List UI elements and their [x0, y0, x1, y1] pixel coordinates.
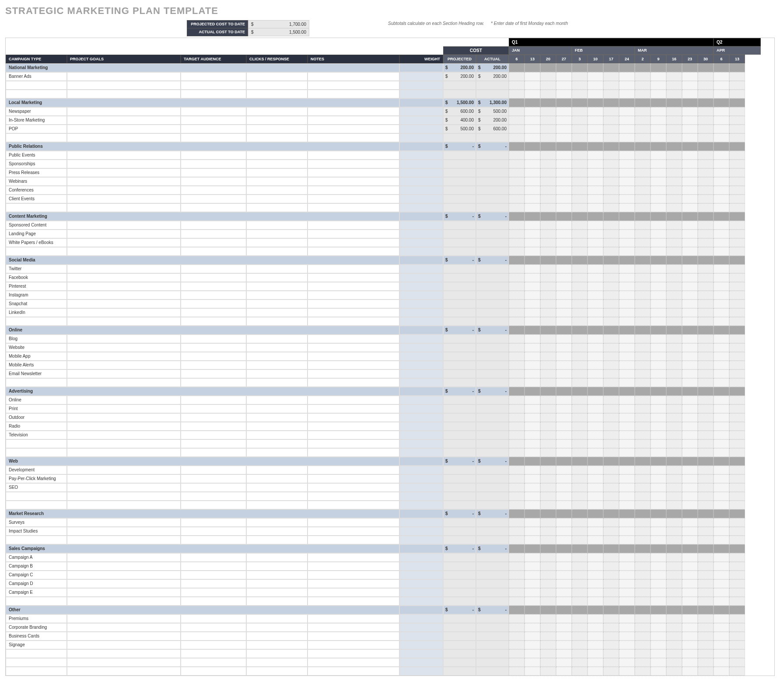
- gantt-cell[interactable]: [509, 195, 525, 203]
- gantt-cell[interactable]: [666, 133, 682, 142]
- gantt-cell[interactable]: [729, 448, 745, 457]
- money-cell[interactable]: [443, 413, 476, 422]
- gantt-cell[interactable]: [682, 483, 698, 492]
- gantt-cell[interactable]: [556, 212, 572, 221]
- gantt-cell[interactable]: [509, 203, 525, 212]
- data-cell[interactable]: [67, 343, 181, 352]
- gantt-cell[interactable]: [556, 125, 572, 133]
- gantt-cell[interactable]: [666, 369, 682, 378]
- gantt-cell[interactable]: [666, 632, 682, 641]
- money-cell[interactable]: [443, 571, 476, 579]
- gantt-cell[interactable]: [651, 326, 666, 334]
- gantt-cell[interactable]: [603, 63, 619, 72]
- money-cell[interactable]: $-: [476, 326, 509, 334]
- gantt-cell[interactable]: [572, 378, 588, 387]
- gantt-cell[interactable]: [698, 63, 714, 72]
- gantt-cell[interactable]: [729, 133, 745, 142]
- gantt-cell[interactable]: [635, 509, 651, 518]
- gantt-cell[interactable]: [603, 562, 619, 571]
- gantt-cell[interactable]: [698, 230, 714, 238]
- gantt-cell[interactable]: [651, 439, 666, 448]
- data-cell[interactable]: [181, 247, 246, 256]
- gantt-cell[interactable]: [682, 361, 698, 369]
- gantt-cell[interactable]: [556, 238, 572, 247]
- gantt-cell[interactable]: [729, 203, 745, 212]
- gantt-cell[interactable]: [619, 98, 635, 107]
- weight-cell[interactable]: [399, 90, 443, 98]
- gantt-cell[interactable]: [635, 168, 651, 177]
- weight-cell[interactable]: [399, 571, 443, 579]
- gantt-cell[interactable]: [714, 300, 729, 308]
- data-cell[interactable]: [67, 492, 181, 501]
- gantt-cell[interactable]: [603, 273, 619, 282]
- row-label[interactable]: [6, 536, 67, 544]
- data-cell[interactable]: [67, 641, 181, 649]
- gantt-cell[interactable]: [698, 81, 714, 90]
- gantt-cell[interactable]: [540, 291, 556, 300]
- gantt-cell[interactable]: [682, 404, 698, 413]
- data-cell[interactable]: [308, 562, 399, 571]
- gantt-cell[interactable]: [603, 492, 619, 501]
- data-cell[interactable]: [246, 422, 308, 431]
- data-cell[interactable]: [67, 413, 181, 422]
- data-cell[interactable]: [67, 623, 181, 632]
- gantt-cell[interactable]: [619, 317, 635, 326]
- data-cell[interactable]: [181, 317, 246, 326]
- gantt-cell[interactable]: [714, 291, 729, 300]
- gantt-cell[interactable]: [509, 387, 525, 396]
- gantt-cell[interactable]: [556, 562, 572, 571]
- gantt-cell[interactable]: [714, 247, 729, 256]
- gantt-cell[interactable]: [556, 203, 572, 212]
- gantt-cell[interactable]: [619, 404, 635, 413]
- data-cell[interactable]: [246, 238, 308, 247]
- gantt-cell[interactable]: [682, 168, 698, 177]
- gantt-cell[interactable]: [556, 387, 572, 396]
- gantt-cell[interactable]: [572, 448, 588, 457]
- data-cell[interactable]: [246, 265, 308, 273]
- gantt-cell[interactable]: [588, 641, 603, 649]
- gantt-cell[interactable]: [682, 300, 698, 308]
- gantt-cell[interactable]: [666, 562, 682, 571]
- data-cell[interactable]: [308, 396, 399, 404]
- gantt-cell[interactable]: [540, 247, 556, 256]
- weight-cell[interactable]: [399, 457, 443, 466]
- gantt-cell[interactable]: [698, 125, 714, 133]
- gantt-cell[interactable]: [698, 378, 714, 387]
- money-cell[interactable]: [476, 562, 509, 571]
- data-cell[interactable]: [308, 527, 399, 536]
- gantt-cell[interactable]: [666, 422, 682, 431]
- row-label[interactable]: Pay-Per-Click Marketing: [6, 474, 67, 483]
- gantt-cell[interactable]: [635, 649, 651, 658]
- gantt-cell[interactable]: [588, 203, 603, 212]
- gantt-cell[interactable]: [588, 667, 603, 676]
- gantt-cell[interactable]: [588, 378, 603, 387]
- gantt-cell[interactable]: [572, 168, 588, 177]
- gantt-cell[interactable]: [556, 160, 572, 168]
- gantt-cell[interactable]: [572, 308, 588, 317]
- data-cell[interactable]: [181, 623, 246, 632]
- gantt-cell[interactable]: [556, 168, 572, 177]
- gantt-cell[interactable]: [603, 527, 619, 536]
- gantt-cell[interactable]: [714, 168, 729, 177]
- gantt-cell[interactable]: [635, 308, 651, 317]
- gantt-cell[interactable]: [525, 474, 540, 483]
- gantt-cell[interactable]: [729, 221, 745, 230]
- gantt-cell[interactable]: [525, 396, 540, 404]
- gantt-cell[interactable]: [651, 247, 666, 256]
- gantt-cell[interactable]: [729, 151, 745, 160]
- gantt-cell[interactable]: [651, 343, 666, 352]
- gantt-cell[interactable]: [572, 151, 588, 160]
- weight-cell[interactable]: [399, 203, 443, 212]
- money-cell[interactable]: $-: [476, 606, 509, 614]
- section-heading[interactable]: Public Relations: [6, 142, 399, 151]
- gantt-cell[interactable]: [714, 317, 729, 326]
- gantt-cell[interactable]: [651, 63, 666, 72]
- data-cell[interactable]: [67, 107, 181, 116]
- gantt-cell[interactable]: [588, 116, 603, 125]
- row-label[interactable]: White Papers / eBooks: [6, 238, 67, 247]
- data-cell[interactable]: [308, 571, 399, 579]
- gantt-cell[interactable]: [556, 151, 572, 160]
- weight-cell[interactable]: [399, 614, 443, 623]
- gantt-cell[interactable]: [714, 571, 729, 579]
- gantt-cell[interactable]: [525, 291, 540, 300]
